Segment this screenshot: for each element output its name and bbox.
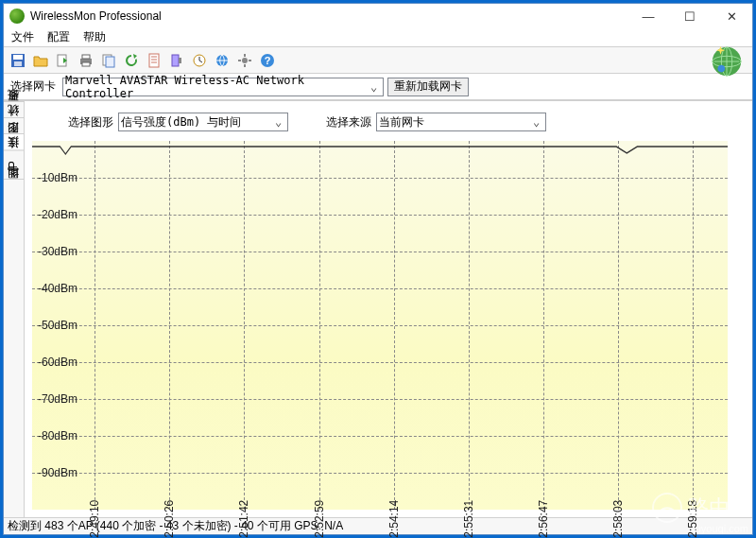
content-area: 选择图形 信号强度(dBm) 与时间 ⌄ 选择来源 当前网卡 ⌄ -10dBm-…: [25, 101, 752, 517]
chart: -10dBm-20dBm-30dBm-40dBm-50dBm-60dBm-70d…: [32, 141, 728, 510]
y-tick-label: -20dBm: [38, 208, 77, 221]
tab-graph[interactable]: 图形: [4, 133, 24, 149]
y-tick-label: -60dBm: [38, 356, 77, 369]
card-icon[interactable]: [166, 50, 187, 71]
y-tick-label: -50dBm: [38, 319, 77, 332]
app-icon: [9, 9, 25, 24]
svg-rect-5: [82, 55, 90, 59]
y-tick-label: -70dBm: [38, 392, 77, 406]
chevron-down-icon: ⌄: [367, 80, 381, 94]
svg-rect-1: [13, 55, 23, 60]
tab-summary[interactable]: 概要: [4, 101, 24, 117]
svg-point-17: [242, 58, 248, 63]
chart-select-label: 选择图形: [68, 114, 113, 130]
x-tick-label: 12:58:03: [611, 500, 625, 538]
y-tick-label: -80dBm: [38, 429, 77, 443]
x-tick-label: 12:59:18: [686, 500, 699, 538]
menu-help[interactable]: 帮助: [83, 29, 106, 45]
x-tick-label: 12:54:14: [387, 500, 401, 538]
menu-config[interactable]: 配置: [47, 29, 70, 45]
globe-small-icon[interactable]: [212, 50, 232, 71]
open-icon[interactable]: [30, 50, 51, 71]
menu-file[interactable]: 文件: [11, 29, 34, 45]
source-select[interactable]: 当前网卡 ⌄: [376, 113, 546, 131]
tab-stats[interactable]: 统计: [4, 117, 24, 133]
tab-map[interactable]: 地图: [4, 179, 24, 195]
minimize-button[interactable]: —: [627, 4, 669, 28]
x-tick-label: 12:49:10: [88, 500, 101, 538]
svg-point-27: [718, 65, 726, 73]
svg-rect-2: [14, 61, 22, 66]
reload-adapter-button[interactable]: 重新加载网卡: [387, 78, 469, 96]
chevron-down-icon: ⌄: [529, 115, 543, 129]
toolbar: ?: [4, 47, 752, 74]
save-icon[interactable]: [8, 50, 28, 71]
svg-rect-14: [179, 58, 181, 63]
title-bar: WirelessMon Professional — ☐ ✕: [4, 4, 752, 28]
export-icon[interactable]: [53, 50, 74, 71]
y-tick-label: -40dBm: [38, 282, 77, 295]
y-tick-label: -10dBm: [38, 171, 77, 184]
x-tick-label: 12:51:42: [237, 500, 250, 538]
app-window: WirelessMon Professional — ☐ ✕ 文件 配置 帮助 …: [3, 3, 753, 535]
svg-rect-13: [172, 55, 179, 66]
svg-rect-9: [149, 54, 159, 67]
chevron-down-icon: ⌄: [271, 115, 285, 129]
x-tick-label: 12:56:47: [537, 500, 550, 538]
menu-bar: 文件 配置 帮助: [4, 28, 752, 47]
settings-icon[interactable]: [234, 50, 255, 71]
adapter-label: 选择网卡: [10, 78, 56, 95]
print-icon[interactable]: [76, 50, 96, 71]
refresh-icon[interactable]: [121, 50, 142, 71]
selector-row: 选择图形 信号强度(dBm) 与时间 ⌄ 选择来源 当前网卡 ⌄: [30, 107, 747, 137]
signal-series: [32, 145, 728, 148]
svg-text:?: ?: [265, 55, 271, 66]
svg-rect-8: [106, 57, 114, 67]
copy-icon[interactable]: [98, 50, 119, 71]
main-body: 概要 统计 图形 IP 连接 地图 选择图形 信号强度(dBm) 与时间 ⌄ 选…: [4, 100, 752, 517]
svg-rect-6: [82, 62, 90, 66]
x-tick-label: 12:55:31: [462, 500, 475, 538]
window-controls: — ☐ ✕: [627, 4, 752, 28]
chart-select[interactable]: 信号强度(dBm) 与时间 ⌄: [118, 113, 288, 131]
adapter-select[interactable]: Marvell AVASTAR Wireless-AC Network Cont…: [62, 78, 384, 96]
y-tick-label: -30dBm: [38, 245, 77, 258]
maximize-button[interactable]: ☐: [669, 4, 711, 28]
adapter-bar: 选择网卡 Marvell AVASTAR Wireless-AC Network…: [4, 74, 752, 100]
globe-icon[interactable]: [709, 43, 745, 79]
x-tick-label: 12:52:59: [313, 500, 326, 538]
log-icon[interactable]: [144, 50, 164, 71]
tab-ip-connect[interactable]: IP 连接: [4, 149, 24, 179]
x-tick-label: 12:50:26: [163, 500, 176, 538]
y-tick-label: -90dBm: [38, 466, 77, 479]
help-icon[interactable]: ?: [257, 50, 278, 71]
window-title: WirelessMon Professional: [30, 9, 627, 23]
close-button[interactable]: ✕: [711, 4, 752, 28]
source-select-label: 选择来源: [326, 114, 371, 130]
status-bar: 检测到 483 个AP (440 个加密 - 43 个未加密) - 40 个可用…: [4, 517, 752, 534]
clock-icon[interactable]: [189, 50, 210, 71]
vertical-tabs: 概要 统计 图形 IP 连接 地图: [4, 101, 25, 517]
